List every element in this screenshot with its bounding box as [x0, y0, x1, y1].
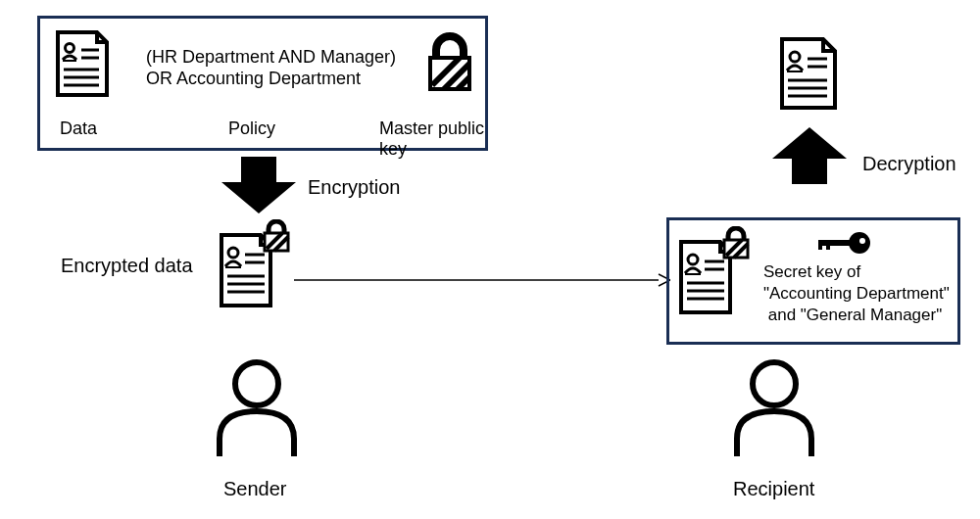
- recipient-label: Recipient: [733, 478, 814, 500]
- sender-inputs-box: (HR Department AND Manager) OR Accountin…: [37, 16, 488, 151]
- arrow-right-icon: [294, 272, 670, 288]
- svg-point-45: [753, 362, 796, 405]
- key-icon: [814, 228, 871, 258]
- encrypted-document-recipient: [675, 226, 752, 316]
- secret-key-text: Secret key of "Accounting Department" an…: [763, 261, 950, 326]
- svg-point-34: [859, 238, 865, 244]
- arrow-up-icon: [772, 127, 847, 184]
- svg-rect-36: [818, 240, 822, 250]
- encrypted-data-label: Encrypted data: [61, 255, 193, 277]
- encryption-label: Encryption: [308, 176, 401, 199]
- document-icon: [54, 28, 111, 99]
- arrow-down-icon: [221, 157, 296, 213]
- svg-rect-1: [63, 60, 76, 62]
- svg-rect-12: [225, 266, 241, 268]
- recipient-inputs-box: Secret key of "Accounting Department" an…: [666, 217, 960, 345]
- user-icon-sender: [208, 354, 306, 460]
- user-icon-recipient: [725, 354, 823, 460]
- sender-label: Sender: [223, 478, 287, 500]
- decryption-label: Decryption: [862, 153, 956, 175]
- policy-text: (HR Department AND Manager) OR Accountin…: [146, 46, 396, 89]
- document-recipient-icon: [778, 35, 839, 112]
- svg-rect-39: [787, 71, 803, 72]
- encrypted-document-sender: [216, 219, 292, 309]
- svg-rect-35: [818, 240, 852, 246]
- svg-rect-24: [685, 273, 701, 275]
- data-label: Data: [60, 118, 97, 139]
- svg-point-22: [235, 362, 278, 405]
- policy-label: Policy: [228, 118, 275, 139]
- lock-icon: [424, 32, 475, 93]
- svg-rect-37: [826, 240, 830, 250]
- svg-point-33: [849, 232, 870, 254]
- master-public-key-label: Master public key: [379, 118, 485, 160]
